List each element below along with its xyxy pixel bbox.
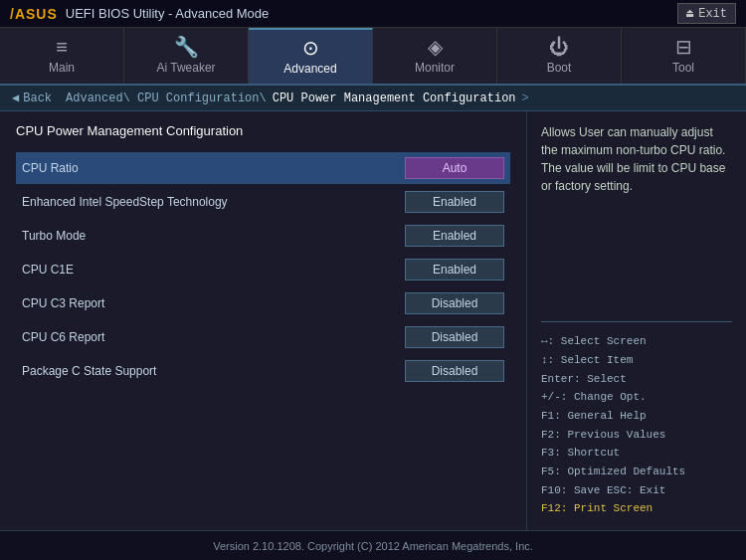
advanced-icon: ⊙ [302,38,319,58]
divider [541,321,732,322]
turbo-mode-label: Turbo Mode [22,229,405,243]
tab-main[interactable]: ≡ Main [0,28,124,84]
cpu-c1e-label: CPU C1E [22,263,405,277]
speedstep-label: Enhanced Intel SpeedStep Technology [22,195,405,209]
back-arrow-icon: ◀ [12,91,19,105]
row-cpu-ratio[interactable]: CPU Ratio Auto [16,152,510,184]
row-turbo-mode[interactable]: Turbo Mode Enabled [16,220,510,252]
asus-logo: /ASUS [10,6,58,22]
left-panel: CPU Power Management Configuration CPU R… [0,111,527,530]
row-cpu-c3-report[interactable]: CPU C3 Report Disabled [16,287,510,319]
breadcrumb-path: Advanced\ CPU Configuration\ [66,92,267,105]
hint-change: +/-: Change Opt. [541,388,732,407]
top-bar: /ASUS UEFI BIOS Utility - Advanced Mode … [0,0,746,28]
status-text: Version 2.10.1208. Copyright (C) 2012 Am… [213,540,533,552]
status-bar: Version 2.10.1208. Copyright (C) 2012 Am… [0,530,746,560]
tab-ai-tweaker-label: Ai Tweaker [156,61,215,75]
hint-f2: F2: Previous Values [541,426,732,445]
main-content: CPU Power Management Configuration CPU R… [0,111,746,530]
tab-tool-label: Tool [672,61,694,75]
cpu-ratio-label: CPU Ratio [22,161,405,175]
package-c-state-label: Package C State Support [22,364,405,378]
app-logo-area: /ASUS UEFI BIOS Utility - Advanced Mode [10,6,269,22]
tab-advanced[interactable]: ⊙ Advanced [249,28,373,84]
hint-select-item: ↕: Select Item [541,351,732,370]
tab-boot[interactable]: ⏻ Boot [497,28,622,84]
tab-monitor-label: Monitor [415,61,455,75]
help-text: Allows User can manually adjust the maxi… [541,123,732,311]
ai-tweaker-icon: 🔧 [174,37,199,57]
tab-ai-tweaker[interactable]: 🔧 Ai Tweaker [124,28,249,84]
main-icon: ≡ [56,37,68,57]
tab-boot-label: Boot [547,61,572,75]
breadcrumb: ◀ Back Advanced\ CPU Configuration\ CPU … [0,86,746,111]
tab-advanced-label: Advanced [283,62,336,76]
hint-f1: F1: General Help [541,407,732,426]
hint-enter: Enter: Select [541,370,732,389]
right-panel: Allows User can manually adjust the maxi… [527,111,746,530]
hint-f5: F5: Optimized Defaults [541,463,732,481]
back-label: Back [23,92,52,105]
cpu-c3-report-value[interactable]: Disabled [405,292,504,314]
tab-main-label: Main [49,61,75,75]
cpu-ratio-value[interactable]: Auto [405,157,504,179]
breadcrumb-current: CPU Power Management Configuration [273,92,516,105]
row-speedstep[interactable]: Enhanced Intel SpeedStep Technology Enab… [16,186,510,218]
turbo-mode-value[interactable]: Enabled [405,225,504,247]
tab-monitor[interactable]: ◈ Monitor [373,28,497,84]
hint-select-screen: ↔: Select Screen [541,332,732,351]
breadcrumb-end-arrow: > [522,92,529,105]
back-button[interactable]: ◀ Back [12,91,52,105]
exit-icon: ⏏ [686,6,693,21]
hint-f3: F3: Shortcut [541,444,732,463]
row-cpu-c6-report[interactable]: CPU C6 Report Disabled [16,321,510,353]
row-cpu-c1e[interactable]: CPU C1E Enabled [16,254,510,285]
boot-icon: ⏻ [549,37,569,57]
key-hints: ↔: Select Screen ↕: Select Item Enter: S… [541,332,732,518]
nav-tabs: ≡ Main 🔧 Ai Tweaker ⊙ Advanced ◈ Monitor… [0,28,746,86]
row-package-c-state[interactable]: Package C State Support Disabled [16,355,510,387]
tab-tool[interactable]: ⊟ Tool [622,28,746,84]
exit-button[interactable]: ⏏ Exit [677,3,736,24]
exit-label: Exit [698,7,727,21]
speedstep-value[interactable]: Enabled [405,191,504,213]
cpu-c3-report-label: CPU C3 Report [22,296,405,310]
monitor-icon: ◈ [428,37,443,57]
hint-f12: F12: Print Screen [541,499,732,518]
app-title: UEFI BIOS Utility - Advanced Mode [66,6,269,21]
panel-title: CPU Power Management Configuration [16,123,510,138]
f12-highlight: F12: Print Screen [541,502,653,514]
tool-icon: ⊟ [675,37,692,57]
cpu-c1e-value[interactable]: Enabled [405,259,504,280]
cpu-c6-report-value[interactable]: Disabled [405,326,504,348]
hint-f10: F10: Save ESC: Exit [541,481,732,500]
cpu-c6-report-label: CPU C6 Report [22,330,405,344]
package-c-state-value[interactable]: Disabled [405,360,504,382]
